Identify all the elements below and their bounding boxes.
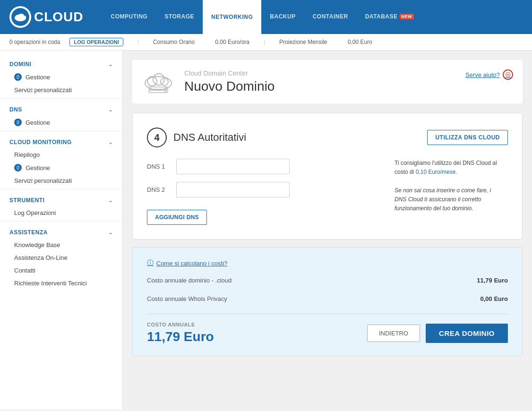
log-operations-button[interactable]: LOG OPERAZIONI xyxy=(69,38,123,46)
nav-container[interactable]: CONTAINER xyxy=(304,0,357,34)
sidebar-item-domini-servizi[interactable]: Servizi personalizzati xyxy=(0,84,122,96)
help-link[interactable]: Serve aiuto? ☉ xyxy=(465,69,513,80)
dns-section-header: 4 DNS Autoritativi UTILIZZA DNS CLOUD xyxy=(147,128,508,147)
cost-divider xyxy=(147,314,508,314)
consumo-label: Consumo Orario xyxy=(153,39,195,45)
dns-title-area: 4 DNS Autoritativi xyxy=(147,128,246,147)
dns1-label: DNS 1 xyxy=(147,163,171,170)
consumo-value: 0,00 Euro/ora xyxy=(215,39,249,45)
cost-total-value: 11,79 Euro xyxy=(147,329,214,344)
page-title-area: Cloud Domain Center Nuovo Dominio xyxy=(184,69,275,94)
chevron-down-icon: ⌄ xyxy=(108,106,113,113)
sidebar-item-label: Knowledge Base xyxy=(14,241,60,248)
sidebar-item-label: Gestione xyxy=(26,74,50,81)
sidebar: DOMINI ⌄ 0 Gestione Servizi personalizza… xyxy=(0,51,123,410)
sidebar-section-strumenti[interactable]: STRUMENTI ⌄ xyxy=(0,191,122,206)
nav-database[interactable]: DATABASE NEW xyxy=(357,0,422,34)
dns-section-title: DNS Autoritativi xyxy=(173,131,246,144)
svg-point-4 xyxy=(22,16,26,19)
logo-text: CLOUD xyxy=(34,9,84,25)
cost-whois-value: 0,00 Euro xyxy=(451,295,508,302)
use-dns-cloud-button[interactable]: UTILIZZA DNS CLOUD xyxy=(427,130,508,145)
svg-text:aruba: aruba xyxy=(17,12,24,15)
svg-point-13 xyxy=(165,91,166,92)
dns-fields: DNS 1 DNS 2 AGGIUNGI DNS xyxy=(147,159,376,225)
cost-domain-label: Costo annuale dominio - .cloud xyxy=(147,277,232,284)
monitoring-gestione-badge: 0 xyxy=(14,164,22,171)
sidebar-item-label: Log Operazioni xyxy=(14,209,56,216)
step-circle: 4 xyxy=(147,128,167,147)
main-nav: COMPUTING STORAGE NETWORKING BACKUP CONT… xyxy=(103,0,422,34)
page-title: Nuovo Dominio xyxy=(184,79,275,94)
domini-gestione-badge: 0 xyxy=(14,73,22,81)
dns-section: 4 DNS Autoritativi UTILIZZA DNS CLOUD DN… xyxy=(132,113,523,240)
ops-text: 0 operazioni in coda xyxy=(9,39,60,45)
sidebar-item-richieste[interactable]: Richieste Interventi Tecnici xyxy=(0,277,122,290)
main-layout: DOMINI ⌄ 0 Gestione Servizi personalizza… xyxy=(0,51,532,410)
sidebar-item-contatti[interactable]: Contatti xyxy=(0,264,122,277)
cost-total-left: COSTO ANNUALE 11,79 Euro xyxy=(147,322,214,344)
add-dns-button[interactable]: AGGIUNGI DNS xyxy=(147,210,207,225)
back-button[interactable]: INDIETRO xyxy=(367,325,420,342)
cost-row-domain: Costo annuale dominio - .cloud 11,79 Eur… xyxy=(147,277,508,290)
dns1-input[interactable] xyxy=(176,159,290,174)
page-subtitle: Cloud Domain Center xyxy=(184,69,275,77)
sidebar-item-label: Gestione xyxy=(26,164,50,171)
main-content: Cloud Domain Center Nuovo Dominio Serve … xyxy=(123,51,532,410)
cost-total-area: COSTO ANNUALE 11,79 Euro INDIETRO CREA D… xyxy=(147,322,508,344)
svg-point-8 xyxy=(153,74,164,85)
sidebar-section-strumenti-title: STRUMENTI xyxy=(9,197,45,204)
dns-price: 0,10 Euro/mese. xyxy=(416,169,457,175)
sidebar-section-cloud-monitoring-title: CLOUD MONITORING xyxy=(9,139,72,146)
nav-storage[interactable]: STORAGE xyxy=(156,0,203,34)
sidebar-item-label: Assistenza On-Line xyxy=(14,254,68,261)
nav-computing[interactable]: COMPUTING xyxy=(103,0,156,34)
svg-point-12 xyxy=(165,87,166,89)
sidebar-item-monitoring-riepilogo[interactable]: Riepilogo xyxy=(0,148,122,161)
logo[interactable]: aruba CLOUD xyxy=(9,6,84,28)
nav-networking[interactable]: NETWORKING xyxy=(203,0,261,34)
cost-info-link[interactable]: ⓘ Come si calcolano i costi? xyxy=(147,259,508,267)
sidebar-item-knowledge-base[interactable]: Knowledge Base xyxy=(0,239,122,251)
dns2-label: DNS 2 xyxy=(147,186,171,193)
sidebar-item-dns-gestione[interactable]: 0 Gestione xyxy=(0,116,122,129)
create-domain-button[interactable]: CREA DOMINIO xyxy=(426,324,508,343)
info-icon: ⓘ xyxy=(147,259,154,267)
sidebar-item-monitoring-servizi[interactable]: Servizi personalizzati xyxy=(0,174,122,187)
dns-info-box: Ti consigliamo l'utilizzo dei DNS Cloud … xyxy=(395,159,508,225)
new-badge: NEW xyxy=(400,14,414,19)
cost-total-label: COSTO ANNUALE xyxy=(147,322,214,327)
cost-whois-label: Costo annuale Whois Privacy xyxy=(147,295,227,302)
sidebar-item-log-operazioni[interactable]: Log Operazioni xyxy=(0,206,122,219)
chevron-down-icon: ⌄ xyxy=(108,197,113,204)
dns2-row: DNS 2 xyxy=(147,182,376,197)
domain-center-icon xyxy=(142,70,175,94)
sidebar-section-domini-title: DOMINI xyxy=(9,61,31,68)
nav-backup[interactable]: BACKUP xyxy=(261,0,304,34)
cost-buttons: INDIETRO CREA DOMINIO xyxy=(367,324,508,343)
sidebar-item-domini-gestione[interactable]: 0 Gestione xyxy=(0,70,122,84)
sidebar-item-monitoring-gestione[interactable]: 0 Gestione xyxy=(0,161,122,174)
chevron-down-icon: ⌄ xyxy=(108,139,113,146)
sidebar-section-cloud-monitoring[interactable]: CLOUD MONITORING ⌄ xyxy=(0,133,122,148)
proiezione-label: Proiezione Mensile xyxy=(279,39,327,45)
svg-point-7 xyxy=(147,77,157,86)
sidebar-item-label: Richieste Interventi Tecnici xyxy=(14,280,87,287)
chevron-down-icon: ⌄ xyxy=(108,61,113,68)
dns-info-text: Ti consigliamo l'utilizzo dei DNS Cloud … xyxy=(395,159,503,213)
sidebar-section-dns[interactable]: DNS ⌄ xyxy=(0,101,122,116)
page-header: Cloud Domain Center Nuovo Dominio Serve … xyxy=(132,60,523,103)
sidebar-item-label: Servizi personalizzati xyxy=(14,177,72,184)
sidebar-item-label: Riepilogo xyxy=(14,151,40,158)
sidebar-item-label: Contatti xyxy=(14,267,35,274)
logo-icon: aruba xyxy=(9,6,31,28)
dns2-input[interactable] xyxy=(176,182,290,197)
sidebar-section-domini[interactable]: DOMINI ⌄ xyxy=(0,55,122,70)
page-header-left: Cloud Domain Center Nuovo Dominio xyxy=(142,69,275,94)
sidebar-section-assistenza[interactable]: ASSISTENZA ⌄ xyxy=(0,223,122,239)
dns-gestione-badge: 0 xyxy=(14,119,22,126)
main-header: aruba CLOUD COMPUTING STORAGE NETWORKING… xyxy=(0,0,532,34)
topbar: 0 operazioni in coda LOG OPERAZIONI | Co… xyxy=(0,34,532,51)
sidebar-item-assistenza-online[interactable]: Assistenza On-Line xyxy=(0,251,122,264)
dns1-row: DNS 1 xyxy=(147,159,376,174)
